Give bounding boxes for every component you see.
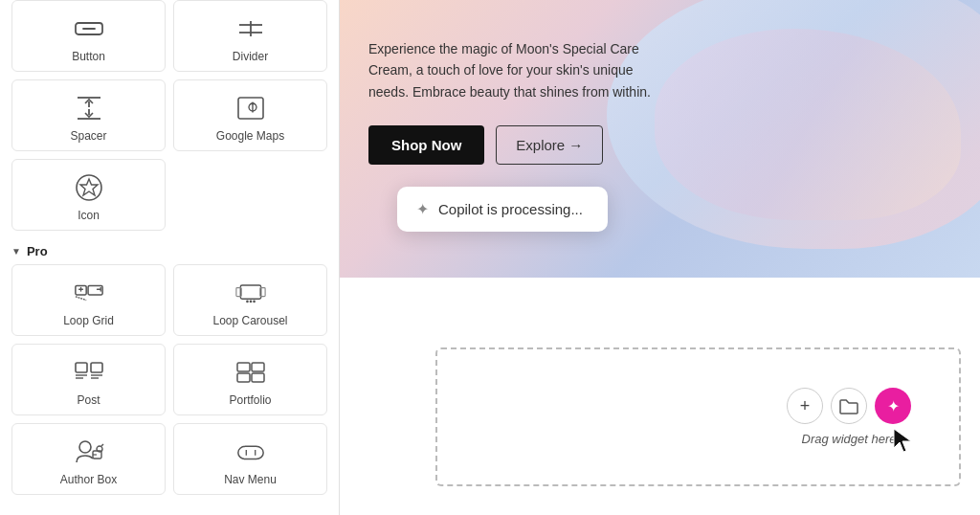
svg-rect-29 — [237, 373, 250, 382]
widget-label-portfolio: Portfolio — [229, 393, 271, 407]
widget-label-button: Button — [72, 50, 105, 63]
ai-sparkle-icon: ✦ — [887, 397, 900, 415]
widget-item-post[interactable]: Post — [11, 344, 166, 415]
widget-label-divider: Divider — [233, 50, 268, 63]
widget-label-author-box: Author Box — [60, 473, 117, 486]
widget-label-spacer: Spacer — [70, 129, 106, 143]
hero-section: Experience the magic of Moon's Special C… — [340, 0, 980, 278]
spacer-icon — [74, 93, 104, 123]
svg-point-10 — [251, 101, 254, 104]
portfolio-icon — [235, 357, 266, 388]
svg-rect-9 — [238, 98, 263, 119]
hero-buttons: Shop Now Explore → — [368, 125, 665, 165]
copilot-text: Copilot is processing... — [438, 201, 583, 217]
author-icon — [74, 437, 104, 467]
pro-widget-grid: Loop Grid Loop Carousel — [11, 264, 327, 495]
plus-icon: + — [800, 396, 811, 416]
nav-icon — [235, 437, 266, 467]
widget-item-google-maps[interactable]: Google Maps — [173, 79, 327, 151]
ai-copilot-button[interactable]: ✦ — [875, 388, 911, 424]
button-icon — [74, 13, 104, 44]
svg-rect-24 — [91, 363, 102, 372]
add-widget-button[interactable]: + — [787, 388, 823, 424]
svg-rect-30 — [252, 373, 264, 382]
widget-item-button[interactable]: Button — [11, 0, 166, 72]
pro-section-header[interactable]: ▼ Pro — [11, 238, 327, 264]
pro-section-arrow: ▼ — [11, 246, 21, 257]
divider-icon — [235, 13, 266, 44]
svg-marker-12 — [80, 179, 98, 195]
drop-zone: + ✦ Drag widget here — [435, 347, 961, 486]
widget-label-icon: Icon — [78, 209, 100, 222]
drag-label: Drag widget here — [802, 432, 897, 446]
post-icon — [74, 357, 104, 388]
folder-icon — [839, 397, 858, 414]
svg-rect-35 — [237, 446, 262, 459]
drop-zone-content: + ✦ Drag widget here — [787, 388, 911, 446]
hero-content: Experience the magic of Moon's Special C… — [368, 38, 665, 165]
google-maps-icon — [235, 93, 266, 123]
hero-description: Experience the magic of Moon's Special C… — [368, 38, 665, 102]
pro-section-label: Pro — [27, 244, 48, 258]
copilot-popup: ✦ Copilot is processing... — [397, 187, 608, 232]
svg-rect-27 — [237, 363, 250, 371]
shop-now-button[interactable]: Shop Now — [368, 125, 484, 165]
widget-label-google-maps: Google Maps — [216, 129, 284, 143]
widget-item-spacer[interactable]: Spacer — [11, 79, 166, 151]
widget-item-nav-menu[interactable]: Nav Menu — [173, 423, 327, 495]
svg-rect-15 — [240, 285, 260, 299]
widget-item-author-box[interactable]: Author Box — [11, 423, 166, 495]
drop-zone-actions: + ✦ — [787, 388, 911, 424]
widget-label-nav-menu: Nav Menu — [224, 473, 277, 486]
widget-panel: Button Divider — [0, 0, 340, 515]
svg-rect-21 — [76, 363, 87, 372]
main-canvas: Experience the magic of Moon's Special C… — [340, 0, 980, 515]
folder-button[interactable] — [831, 388, 867, 424]
widget-item-loop-grid[interactable]: Loop Grid — [11, 264, 166, 336]
loop-carousel-icon — [235, 278, 266, 308]
widget-label-loop-grid: Loop Grid — [63, 314, 114, 327]
loop-grid-icon — [74, 278, 104, 308]
widget-item-loop-carousel[interactable]: Loop Carousel — [173, 264, 327, 336]
widget-label-loop-carousel: Loop Carousel — [212, 314, 287, 327]
widget-item-portfolio[interactable]: Portfolio — [173, 344, 327, 415]
svg-point-19 — [249, 300, 252, 302]
widget-item-icon[interactable]: Icon — [11, 159, 166, 231]
widget-label-post: Post — [77, 393, 100, 407]
explore-button[interactable]: Explore → — [496, 125, 603, 165]
widget-item-divider[interactable]: Divider — [173, 0, 327, 72]
top-widget-grid: Button Divider — [11, 0, 327, 231]
svg-point-20 — [253, 300, 256, 302]
star-icon — [74, 172, 104, 203]
svg-rect-28 — [252, 363, 264, 371]
svg-point-18 — [246, 300, 249, 302]
svg-point-31 — [79, 441, 91, 453]
copilot-sparkle-icon: ✦ — [416, 200, 429, 218]
svg-line-34 — [101, 444, 103, 446]
